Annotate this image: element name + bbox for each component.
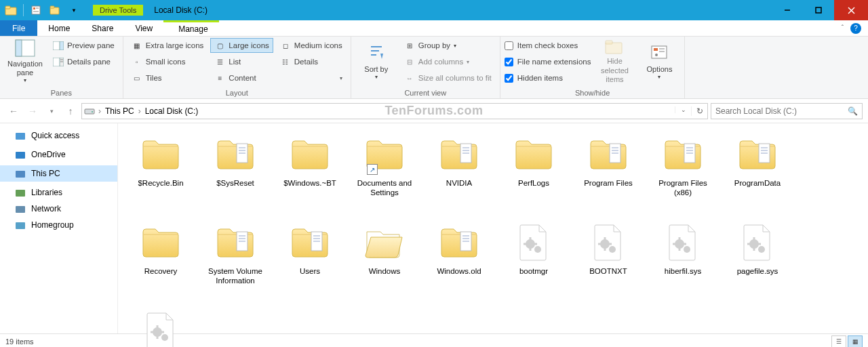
explorer-icon bbox=[4, 3, 18, 17]
file-view[interactable]: $Recycle.Bin$SysReset$Windows.~BT↗Docume… bbox=[118, 123, 868, 333]
file-item[interactable]: ProgramData bbox=[720, 130, 795, 218]
file-item[interactable]: NVIDIA bbox=[422, 130, 496, 218]
ribbon: Navigation pane▾ Preview pane Details pa… bbox=[0, 37, 868, 99]
file-item[interactable]: Windows bbox=[347, 218, 422, 306]
file-item[interactable]: Users bbox=[273, 218, 347, 306]
file-item[interactable]: bootmgr bbox=[496, 218, 571, 306]
system-file-icon bbox=[139, 309, 182, 347]
content-button[interactable]: ≡Content bbox=[210, 70, 273, 85]
extra-large-icons-button[interactable]: ▦Extra large icons bbox=[127, 38, 208, 53]
sidebar-item-homegroup[interactable]: Homegroup bbox=[0, 217, 117, 233]
details-pane-button[interactable]: Details pane bbox=[49, 54, 119, 69]
svg-rect-25 bbox=[606, 41, 612, 44]
file-item[interactable]: hiberfil.sys bbox=[646, 218, 720, 306]
file-item-label: Program Files (x86) bbox=[649, 179, 717, 198]
file-item[interactable]: ↗Documents and Settings bbox=[347, 130, 422, 218]
file-item[interactable]: PerfLogs bbox=[496, 130, 571, 218]
collapse-ribbon-icon[interactable]: ˆ bbox=[842, 24, 844, 32]
file-item[interactable]: BOOTNXT bbox=[571, 218, 646, 306]
file-item-label: hiberfil.sys bbox=[665, 267, 701, 277]
file-item[interactable]: Recovery bbox=[123, 218, 198, 306]
tab-manage[interactable]: Manage bbox=[167, 24, 218, 34]
hide-selected-button[interactable]: Hide selected items bbox=[593, 38, 635, 84]
tab-share[interactable]: Share bbox=[81, 20, 124, 36]
file-item[interactable]: $SysReset bbox=[198, 130, 273, 218]
minimize-button[interactable] bbox=[772, 0, 803, 20]
file-item[interactable]: $Recycle.Bin bbox=[123, 130, 198, 218]
folder-icon bbox=[139, 133, 182, 176]
details-view-toggle[interactable]: ☰ bbox=[831, 335, 846, 348]
svg-rect-26 bbox=[652, 46, 667, 58]
add-columns-button[interactable]: ⊟Add columns ▾ bbox=[400, 54, 496, 69]
address-bar[interactable]: › This PC › Local Disk (C:) ⌄ ↻ bbox=[81, 103, 708, 119]
sidebar-item-onedrive[interactable]: OneDrive bbox=[0, 146, 117, 163]
search-box[interactable]: 🔍 bbox=[711, 103, 863, 119]
breadcrumb-child[interactable]: Local Disk (C:) bbox=[142, 106, 201, 116]
system-file-icon bbox=[587, 221, 630, 264]
svg-point-96 bbox=[161, 334, 168, 341]
group-label-current-view: Current view bbox=[355, 87, 496, 98]
svg-rect-3 bbox=[33, 7, 35, 9]
tab-home[interactable]: Home bbox=[37, 20, 81, 36]
item-check-boxes-toggle[interactable]: Item check boxes bbox=[505, 38, 591, 53]
folder-icon bbox=[288, 221, 332, 264]
list-button[interactable]: ☰List bbox=[210, 54, 273, 69]
large-icons-view-toggle[interactable]: ▦ bbox=[848, 335, 863, 348]
maximize-button[interactable] bbox=[803, 0, 834, 20]
medium-icons-button[interactable]: ◻Medium icons bbox=[276, 38, 347, 53]
search-input[interactable] bbox=[715, 106, 844, 116]
tab-view[interactable]: View bbox=[124, 20, 163, 36]
sidebar-icon bbox=[15, 168, 26, 179]
file-name-extensions-toggle[interactable]: File name extensions bbox=[505, 54, 591, 69]
size-columns-button[interactable]: ↔Size all columns to fit bbox=[400, 70, 496, 85]
breadcrumb-root[interactable]: This PC bbox=[102, 106, 137, 116]
shortcut-overlay-icon: ↗ bbox=[367, 164, 378, 175]
folder-icon bbox=[214, 133, 257, 176]
sidebar-item-quick-access[interactable]: Quick access bbox=[0, 127, 117, 144]
file-item-label: NVIDIA bbox=[446, 179, 472, 188]
file-item[interactable]: System Volume Information bbox=[198, 218, 273, 306]
file-item-label: ProgramData bbox=[734, 179, 781, 188]
svg-point-71 bbox=[526, 239, 535, 249]
help-icon[interactable]: ? bbox=[850, 23, 861, 34]
tab-file[interactable]: File bbox=[0, 20, 37, 36]
close-button[interactable] bbox=[834, 0, 868, 20]
group-by-button[interactable]: ⊞Group by ▾ bbox=[400, 38, 496, 53]
recent-locations-button[interactable]: ▾ bbox=[43, 103, 60, 119]
details-view-button[interactable]: ☷Details bbox=[276, 54, 347, 69]
folder-icon bbox=[587, 133, 630, 176]
properties-icon[interactable] bbox=[29, 3, 43, 17]
back-button[interactable]: ← bbox=[5, 103, 22, 119]
up-button[interactable]: ↑ bbox=[62, 103, 79, 119]
refresh-button[interactable]: ↻ bbox=[691, 106, 707, 116]
large-icons-button[interactable]: ▢Large icons bbox=[210, 38, 273, 53]
new-folder-icon[interactable] bbox=[48, 3, 62, 17]
sidebar-item-libraries[interactable]: Libraries bbox=[0, 184, 117, 201]
address-dropdown-icon[interactable]: ⌄ bbox=[675, 106, 691, 113]
small-icons-button[interactable]: ▫Small icons bbox=[127, 54, 208, 69]
file-item[interactable]: pagefile.sys bbox=[720, 218, 795, 306]
folder-icon bbox=[437, 133, 481, 176]
hidden-items-toggle[interactable]: Hidden items bbox=[505, 70, 591, 85]
file-item[interactable]: Program Files (x86) bbox=[646, 130, 720, 218]
sort-by-button[interactable]: Sort by▾ bbox=[355, 38, 397, 84]
tiles-button[interactable]: ▭Tiles bbox=[127, 70, 208, 85]
file-item[interactable]: $Windows.~BT bbox=[273, 130, 347, 218]
file-item[interactable]: Program Files bbox=[571, 130, 646, 218]
qat-dropdown-icon[interactable]: ▼ bbox=[67, 3, 81, 17]
sidebar-item-this-pc[interactable]: This PC bbox=[0, 165, 117, 182]
options-button[interactable]: Options▾ bbox=[638, 38, 680, 84]
forward-button[interactable]: → bbox=[24, 103, 41, 119]
preview-pane-button[interactable]: Preview pane bbox=[49, 38, 119, 53]
file-item-label: $SysReset bbox=[216, 179, 254, 188]
sidebar-item-network[interactable]: Network bbox=[0, 201, 117, 217]
ribbon-tabs: File Home Share View Manage ˆ ? bbox=[0, 20, 868, 37]
svg-point-28 bbox=[655, 54, 658, 56]
file-item[interactable]: swapfile.sys bbox=[123, 306, 198, 347]
ribbon-group-layout: ▦Extra large icons ▫Small icons ▭Tiles ▢… bbox=[123, 37, 351, 98]
file-item[interactable]: Windows.old bbox=[422, 218, 496, 306]
navigation-pane-button[interactable]: Navigation pane▾ bbox=[4, 38, 46, 84]
layout-more-button[interactable]: ▾ bbox=[276, 70, 347, 85]
window-title: Local Disk (C:) bbox=[154, 5, 208, 15]
sidebar-icon bbox=[15, 130, 26, 141]
